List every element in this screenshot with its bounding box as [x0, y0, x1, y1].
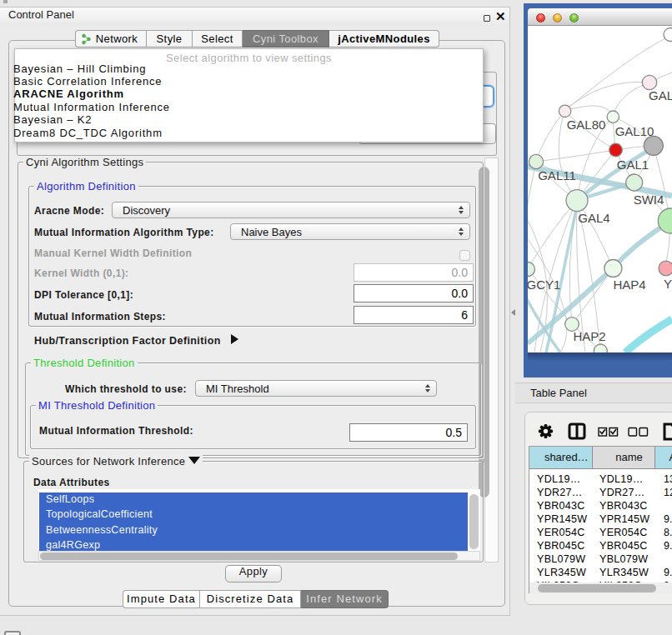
- svg-text:Y: Y: [664, 277, 672, 291]
- svg-text:GAL11: GAL11: [538, 168, 576, 182]
- svg-text:HAP2: HAP2: [573, 329, 605, 343]
- svg-text:GAL80: GAL80: [567, 118, 606, 132]
- svg-text:GCY1: GCY1: [528, 278, 560, 292]
- svg-text:GAL10: GAL10: [615, 124, 654, 138]
- svg-text:GAL1: GAL1: [617, 158, 649, 172]
- svg-text:HAP4: HAP4: [613, 278, 645, 292]
- svg-text:GAL4: GAL4: [578, 211, 609, 225]
- svg-text:SWI4: SWI4: [634, 192, 664, 207]
- svg-text:GAL: GAL: [649, 88, 672, 102]
